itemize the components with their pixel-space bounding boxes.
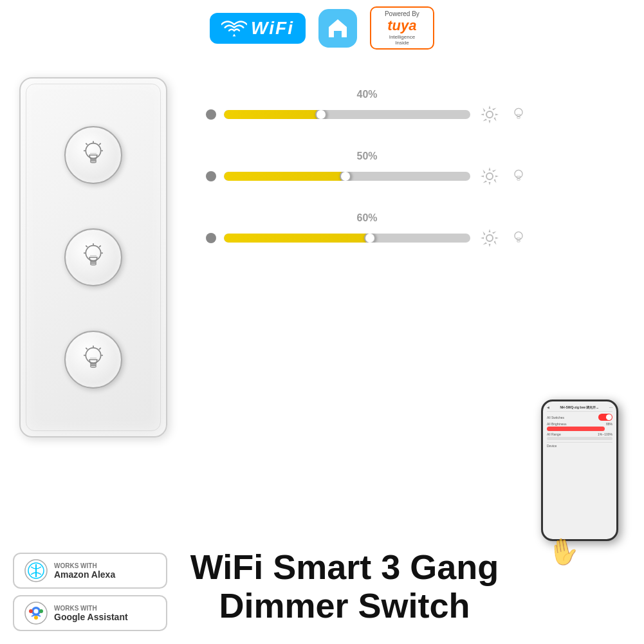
phone-mockup: ◀ NH-SWQ-zig bee 调光开... ⋯ All Switches A… (541, 400, 625, 554)
svg-point-38 (515, 232, 522, 239)
slider-2-percent: 50% (356, 151, 377, 162)
slider-row-2: 50% (206, 165, 528, 188)
switch-container (19, 77, 167, 437)
slider-3-track[interactable] (224, 234, 470, 243)
sliders-container: 40% (206, 103, 528, 250)
svg-point-34 (486, 173, 493, 179)
product-title: WiFi Smart 3 Gang Dimmer Switch (174, 548, 515, 625)
product-title-area: WiFi Smart 3 Gang Dimmer Switch (174, 548, 515, 625)
tuya-sub-label: IntelligenceInside (389, 34, 415, 46)
slider-3-thumb[interactable] (364, 234, 376, 243)
slider-2-fill (224, 172, 347, 181)
gear-icon-3 (479, 228, 500, 248)
light-button-2[interactable] (64, 228, 122, 286)
bulb-small-2-wrap (509, 167, 528, 186)
alexa-works-with: WORKS WITH (54, 562, 115, 569)
svg-point-31 (486, 111, 493, 118)
slider-2-thumb[interactable] (340, 172, 351, 181)
google-name: Google Assistant (54, 612, 128, 622)
slider-1-thumb[interactable] (315, 110, 327, 119)
svg-line-23 (99, 347, 101, 349)
product-title-line1: WiFi Smart 3 Gang (190, 547, 499, 586)
wifi-label: WiFi (251, 18, 294, 39)
phone-all-switches: All Switches (547, 416, 564, 419)
google-compat-badge: WORKS WITH Google Assistant (13, 595, 167, 631)
bulb-small-icon-3 (510, 230, 527, 246)
svg-point-35 (515, 170, 522, 178)
phone-all-brightness: All Brightness (547, 422, 567, 426)
google-works-with: WORKS WITH (54, 605, 128, 612)
alexa-icon (24, 559, 48, 582)
slider-3-fill (224, 234, 372, 243)
svg-line-15 (86, 246, 87, 248)
bulb-icon-1 (77, 139, 109, 171)
alexa-name: Amazon Alexa (54, 569, 115, 580)
phone-app-title: NH-SWQ-zig bee 调光开... (560, 405, 599, 409)
light-button-3[interactable] (64, 331, 122, 389)
alexa-text-wrap: WORKS WITH Amazon Alexa (54, 562, 115, 580)
bulb-icon-2 (77, 241, 109, 273)
slider-2-track[interactable] (224, 172, 470, 181)
alexa-compat-badge: WORKS WITH Amazon Alexa (13, 553, 167, 589)
powered-by-label: Powered By (385, 10, 419, 17)
top-badges-area: WiFi Powered By tuya IntelligenceInside (0, 6, 644, 50)
phone-range-val: 1%~100% (598, 432, 612, 436)
svg-point-45 (29, 609, 33, 613)
slider-3-percent: 60% (356, 212, 377, 224)
svg-line-25 (86, 347, 87, 349)
light-button-1[interactable] (64, 126, 122, 184)
svg-rect-36 (517, 178, 520, 180)
compat-badges-container: WORKS WITH Amazon Alexa WORKS WITH Googl… (13, 553, 167, 631)
svg-point-1 (86, 143, 100, 158)
slider-2-dot (206, 171, 216, 181)
svg-line-13 (99, 246, 101, 248)
tuya-badge: Powered By tuya IntelligenceInside (370, 6, 434, 50)
svg-line-3 (99, 143, 101, 145)
gear-icon-1 (479, 104, 500, 125)
switch-panel (19, 77, 167, 437)
gear-icon-3-wrap (478, 226, 501, 250)
svg-rect-39 (517, 240, 520, 242)
svg-point-37 (486, 235, 493, 241)
bulb-small-icon-2 (510, 168, 527, 185)
gear-icon-2-wrap (478, 165, 501, 188)
gear-icon-1-wrap (478, 103, 501, 126)
svg-point-11 (86, 246, 100, 261)
bulb-small-1-wrap (509, 105, 528, 124)
phone-device-label: Device (547, 444, 557, 448)
phone-brightness-val: 88% (606, 422, 612, 426)
google-text-wrap: WORKS WITH Google Assistant (54, 605, 128, 622)
bulb-icon-3 (77, 344, 109, 376)
slider-1-dot (206, 109, 216, 120)
phone-all-range: All Range (547, 432, 561, 436)
svg-point-47 (34, 616, 38, 620)
slider-row-3: 60% (206, 226, 528, 250)
google-assistant-icon (24, 602, 48, 625)
slider-row-1: 40% (206, 103, 528, 126)
slider-3-dot (206, 233, 216, 243)
hand-icon: ✋ (545, 534, 582, 569)
gear-icon-2 (479, 166, 500, 187)
bulb-small-3-wrap (509, 228, 528, 248)
home-badge (318, 9, 357, 48)
slider-1-percent: 40% (356, 89, 377, 100)
slider-1-track[interactable] (224, 110, 470, 119)
tuya-logo: tuya (387, 17, 416, 34)
svg-line-5 (86, 143, 87, 145)
bulb-small-icon-1 (510, 106, 527, 123)
product-title-line2: Dimmer Switch (219, 586, 470, 625)
svg-point-21 (86, 347, 100, 362)
wifi-badge: WiFi (210, 13, 306, 44)
home-icon (325, 15, 351, 41)
svg-point-46 (39, 609, 43, 613)
wifi-icon (221, 19, 247, 38)
svg-point-44 (34, 609, 39, 614)
svg-rect-0 (335, 32, 340, 37)
svg-point-32 (515, 108, 522, 116)
slider-1-fill (224, 110, 322, 119)
svg-rect-33 (517, 116, 520, 118)
